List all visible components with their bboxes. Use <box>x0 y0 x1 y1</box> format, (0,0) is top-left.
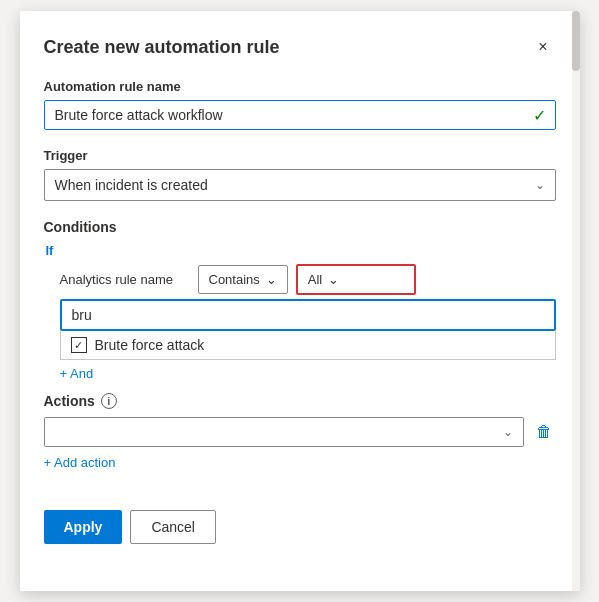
automation-rule-name-input[interactable] <box>44 100 556 130</box>
dialog-footer: Apply Cancel <box>44 494 556 544</box>
trigger-dropdown[interactable]: When incident is created ⌄ <box>44 169 556 201</box>
condition-value-label: All <box>308 272 322 287</box>
add-and-button[interactable]: + And <box>60 366 94 381</box>
automation-rule-name-label: Automation rule name <box>44 79 556 94</box>
action-row: ⌄ 🗑 <box>44 417 556 447</box>
automation-rule-name-section: Automation rule name ✓ <box>44 79 556 130</box>
dropdown-list: ✓ Brute force attack <box>60 331 556 360</box>
automation-rule-name-wrapper: ✓ <box>44 100 556 130</box>
info-icon: i <box>101 393 117 409</box>
trigger-section: Trigger When incident is created ⌄ <box>44 148 556 201</box>
checkbox-checkmark: ✓ <box>74 339 83 352</box>
create-automation-rule-dialog: Create new automation rule × Automation … <box>20 11 580 591</box>
delete-action-icon[interactable]: 🗑 <box>532 419 556 445</box>
scrollbar-track <box>572 11 580 591</box>
condition-row: Analytics rule name Contains ⌄ All ⌄ <box>60 264 556 295</box>
condition-field-label: Analytics rule name <box>60 272 190 287</box>
dialog-header: Create new automation rule × <box>44 35 556 59</box>
dropdown-item-label: Brute force attack <box>95 337 205 353</box>
search-dropdown-wrapper: ✓ Brute force attack <box>60 299 556 360</box>
if-label: If <box>44 243 556 258</box>
dialog-title: Create new automation rule <box>44 37 280 58</box>
scrollbar-thumb[interactable] <box>572 11 580 71</box>
add-action-button[interactable]: + Add action <box>44 455 116 470</box>
trigger-chevron-icon: ⌄ <box>535 178 545 192</box>
conditions-section: Conditions If Analytics rule name Contai… <box>44 219 556 381</box>
checkbox-icon: ✓ <box>71 337 87 353</box>
action-chevron-icon: ⌄ <box>503 425 513 439</box>
action-dropdown[interactable]: ⌄ <box>44 417 524 447</box>
conditions-title: Conditions <box>44 219 556 235</box>
condition-operator-dropdown[interactable]: Contains ⌄ <box>198 265 288 294</box>
condition-value-chevron-icon: ⌄ <box>328 272 339 287</box>
add-action-label: + Add action <box>44 455 116 470</box>
cancel-button[interactable]: Cancel <box>130 510 216 544</box>
actions-title-text: Actions <box>44 393 95 409</box>
search-input[interactable] <box>60 299 556 331</box>
actions-section: Actions i ⌄ 🗑 + Add action <box>44 393 556 470</box>
apply-button[interactable]: Apply <box>44 510 123 544</box>
valid-checkmark-icon: ✓ <box>533 106 546 125</box>
trigger-label: Trigger <box>44 148 556 163</box>
list-item[interactable]: ✓ Brute force attack <box>61 331 555 359</box>
condition-operator-value: Contains <box>209 272 260 287</box>
trigger-value: When incident is created <box>55 177 208 193</box>
condition-value-dropdown[interactable]: All ⌄ <box>296 264 416 295</box>
close-button[interactable]: × <box>530 35 555 59</box>
actions-title: Actions i <box>44 393 556 409</box>
condition-operator-chevron-icon: ⌄ <box>266 272 277 287</box>
